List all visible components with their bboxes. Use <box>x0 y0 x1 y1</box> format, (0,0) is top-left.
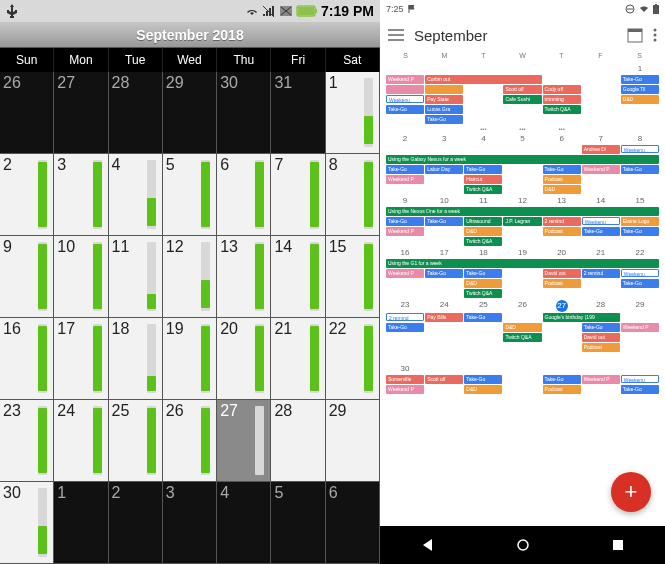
event-chip[interactable]: Twitch Q&A <box>464 289 502 298</box>
event-chip[interactable]: David out <box>543 269 581 278</box>
event-chip[interactable]: Twitch Q&A <box>543 105 581 114</box>
calendar-cell[interactable]: 28 <box>109 72 163 154</box>
event-chip[interactable]: D&D <box>621 95 659 104</box>
day-number-b[interactable]: 29 <box>621 300 659 310</box>
calendar-cell[interactable]: 28 <box>271 400 325 482</box>
calendar-cell[interactable]: 18 <box>109 318 163 400</box>
menu-icon[interactable] <box>388 29 404 41</box>
day-number-b[interactable]: 19 <box>503 248 541 258</box>
calendar-cell[interactable]: 1 <box>54 482 108 564</box>
event-chip[interactable] <box>425 85 463 94</box>
event-chip[interactable]: Using the G1 for a week <box>386 259 659 268</box>
event-chip[interactable]: Take-Go <box>621 227 659 236</box>
day-number-b[interactable] <box>582 64 620 74</box>
event-chip[interactable]: Corbin out <box>425 75 541 84</box>
event-chip[interactable]: Take-Go <box>621 165 659 174</box>
event-chip[interactable]: Weekend P <box>621 323 659 332</box>
event-chip[interactable]: Weekend P <box>386 227 424 236</box>
nav-recent-icon[interactable] <box>611 538 625 552</box>
day-number-b[interactable]: 2 <box>386 134 424 144</box>
event-chip[interactable]: Take-Go <box>464 269 502 278</box>
day-number-b[interactable]: 3 <box>425 134 463 144</box>
event-chip[interactable]: Somerville <box>386 375 424 384</box>
event-chip[interactable]: Take-Go <box>386 323 424 332</box>
day-number-b[interactable] <box>503 364 541 374</box>
day-number-b[interactable] <box>543 364 581 374</box>
event-chip[interactable]: Take-Go <box>543 375 581 384</box>
event-chip[interactable]: Scott off <box>425 375 463 384</box>
event-chip[interactable]: Podcast <box>543 279 581 288</box>
event-chip[interactable]: Take-Go <box>582 323 620 332</box>
month-title-b[interactable]: September <box>414 27 617 44</box>
event-chip[interactable]: Podcast <box>582 343 620 352</box>
day-number-b[interactable]: 5 <box>503 134 541 144</box>
day-number-b[interactable]: 6 <box>543 134 581 144</box>
event-chip[interactable]: Podcast <box>543 175 581 184</box>
event-chip[interactable]: David out <box>582 333 620 342</box>
day-number-b[interactable]: 30 <box>386 364 424 374</box>
event-chip[interactable]: Podcast <box>543 227 581 236</box>
event-chip[interactable]: Ultrasound <box>464 217 502 226</box>
calendar-cell[interactable]: 10 <box>54 236 108 318</box>
day-number-b[interactable] <box>386 64 424 74</box>
calendar-cell[interactable]: 2 <box>109 482 163 564</box>
event-chip[interactable]: trimming <box>543 95 581 104</box>
event-chip[interactable]: Haircut <box>464 175 502 184</box>
calendar-cell[interactable]: 1 <box>326 72 380 154</box>
calendar-cell[interactable]: 25 <box>109 400 163 482</box>
event-chip[interactable]: Weekenu <box>621 269 659 277</box>
calendar-cell[interactable]: 4 <box>109 154 163 236</box>
event-chip[interactable]: Weekend P <box>386 269 424 278</box>
calendar-cell[interactable]: 5 <box>271 482 325 564</box>
event-chip[interactable] <box>386 85 424 94</box>
day-number-b[interactable]: 23 <box>386 300 424 310</box>
event-chip[interactable]: 2 remind <box>582 269 620 278</box>
event-chip[interactable]: Take-Go <box>582 227 620 236</box>
event-chip[interactable]: Take-Go <box>386 105 424 114</box>
calendar-cell[interactable]: 31 <box>271 72 325 154</box>
day-number-b[interactable] <box>425 364 463 374</box>
more-icon[interactable] <box>653 28 657 42</box>
calendar-cell[interactable]: 29 <box>163 72 217 154</box>
calendar-cell[interactable]: 30 <box>0 482 54 564</box>
event-chip[interactable]: Take-Go <box>543 165 581 174</box>
calendar-cell[interactable]: 8 <box>326 154 380 236</box>
event-chip[interactable]: Weekend P <box>386 75 424 84</box>
calendar-cell[interactable]: 6 <box>217 154 271 236</box>
event-chip[interactable]: Weekend P <box>582 165 620 174</box>
calendar-cell[interactable]: 2 <box>0 154 54 236</box>
day-number-b[interactable]: 18 <box>464 248 502 258</box>
day-number-b[interactable]: 13 <box>543 196 581 206</box>
event-chip[interactable]: Weekend P <box>582 375 620 384</box>
event-chip[interactable]: Take-Go <box>621 75 659 84</box>
calendar-cell[interactable]: 6 <box>326 482 380 564</box>
day-number-b[interactable] <box>503 64 541 74</box>
day-number-b[interactable] <box>464 64 502 74</box>
event-chip[interactable]: 2 remind <box>386 313 424 321</box>
day-number-b[interactable] <box>464 364 502 374</box>
day-number-b[interactable]: 17 <box>425 248 463 258</box>
event-chip[interactable]: Twitch Q&A <box>464 237 502 246</box>
event-chip[interactable]: Lucas Gra <box>425 105 463 114</box>
calendar-cell[interactable]: 20 <box>217 318 271 400</box>
day-number-b[interactable] <box>543 64 581 74</box>
calendar-cell[interactable]: 11 <box>109 236 163 318</box>
day-number-b[interactable]: 20 <box>543 248 581 258</box>
event-chip[interactable]: Take-Go <box>464 165 502 174</box>
event-chip[interactable]: Weekenu <box>621 145 659 153</box>
calendar-cell[interactable]: 27 <box>54 72 108 154</box>
calendar-cell[interactable]: 14 <box>271 236 325 318</box>
event-chip[interactable]: Scott off <box>503 85 541 94</box>
calendar-cell[interactable]: 21 <box>271 318 325 400</box>
event-chip[interactable]: Take-Go <box>464 313 502 322</box>
day-number-b[interactable] <box>582 364 620 374</box>
day-number-b[interactable]: 9 <box>386 196 424 206</box>
calendar-cell[interactable]: 24 <box>54 400 108 482</box>
calendar-cell[interactable]: 5 <box>163 154 217 236</box>
add-event-fab[interactable]: + <box>611 472 651 512</box>
event-chip[interactable]: Weekend P <box>386 175 424 184</box>
day-number-b[interactable]: 10 <box>425 196 463 206</box>
event-chip[interactable]: Take-Go <box>621 385 659 394</box>
event-chip[interactable]: Take-Go <box>425 269 463 278</box>
event-chip[interactable]: Pay Bills <box>425 313 463 322</box>
